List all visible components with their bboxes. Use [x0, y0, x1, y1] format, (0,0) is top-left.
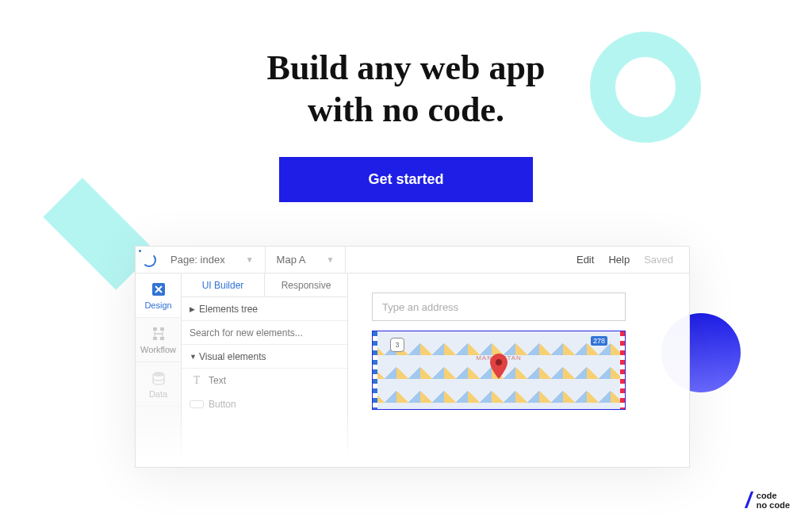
route-shield-icon: 278: [591, 336, 607, 346]
element-button-label: Button: [209, 399, 236, 410]
help-link[interactable]: Help: [608, 254, 630, 266]
chevron-down-icon: ▼: [326, 255, 334, 264]
address-input[interactable]: [372, 293, 626, 321]
workflow-icon: [150, 325, 167, 342]
rail-item-data[interactable]: Data: [136, 362, 181, 407]
svg-rect-1: [153, 327, 157, 331]
rail-item-design[interactable]: Design: [136, 273, 181, 318]
elements-search-input[interactable]: [182, 321, 347, 345]
rail-item-workflow[interactable]: Workflow: [136, 318, 181, 362]
elements-tree-row[interactable]: ▶ Elements tree: [182, 297, 347, 321]
bubble-logo-icon: [142, 253, 156, 267]
svg-rect-2: [160, 327, 164, 331]
tab-responsive[interactable]: Responsive: [265, 273, 347, 296]
visual-elements-label: Visual elements: [199, 351, 266, 362]
saved-status: Saved: [644, 254, 673, 266]
element-select-dropdown[interactable]: Map A ▼: [269, 247, 343, 273]
page-select-dropdown[interactable]: Page: index ▼: [163, 247, 262, 273]
hero-title-line2: with no code.: [308, 90, 504, 129]
map-element[interactable]: 3 278 MANHATTAN: [372, 331, 626, 410]
tab-ui-builder[interactable]: UI Builder: [182, 273, 265, 296]
map-pin-icon: [489, 354, 508, 381]
footer-logo: / code no code: [745, 491, 790, 510]
hero-section: Build any web app with no code. Get star…: [168, 48, 644, 202]
chevron-right-icon: ▶: [190, 305, 199, 313]
editor-canvas[interactable]: 3 278 MANHATTAN: [348, 273, 689, 467]
svg-point-6: [496, 359, 502, 365]
rail-design-label: Design: [144, 300, 171, 310]
element-item-button[interactable]: Button: [182, 392, 347, 416]
left-rail: Design Workflow Data: [136, 273, 182, 467]
rail-workflow-label: Workflow: [140, 345, 176, 354]
editor-window: Page: index ▼ Map A ▼ Edit Help Saved De…: [135, 246, 690, 468]
elements-tree-label: Elements tree: [199, 304, 258, 315]
database-icon: [150, 369, 167, 387]
route-shield-icon: 3: [390, 338, 404, 352]
footer-code-label: code: [756, 491, 790, 500]
edit-link[interactable]: Edit: [576, 254, 594, 266]
hero-title: Build any web app with no code.: [168, 48, 644, 132]
divider: [265, 247, 266, 273]
chevron-down-icon: ▼: [190, 353, 199, 361]
element-item-text[interactable]: T Text: [182, 369, 347, 392]
elements-panel: UI Builder Responsive ▶ Elements tree ▼ …: [182, 273, 348, 467]
visual-elements-row[interactable]: ▼ Visual elements: [182, 345, 347, 369]
button-icon: [190, 400, 204, 408]
svg-rect-4: [160, 337, 164, 340]
footer-nocode-label: no code: [756, 500, 790, 510]
text-icon: T: [190, 374, 204, 387]
element-select-label: Map A: [277, 254, 306, 266]
chevron-down-icon: ▼: [246, 255, 254, 264]
element-text-label: Text: [209, 375, 226, 386]
svg-rect-3: [153, 337, 157, 340]
rail-data-label: Data: [149, 389, 167, 399]
get-started-button[interactable]: Get started: [279, 157, 533, 202]
hero-title-line1: Build any web app: [267, 48, 546, 87]
page-select-label: Page: index: [170, 254, 225, 266]
svg-point-5: [153, 372, 164, 377]
editor-top-bar: Page: index ▼ Map A ▼ Edit Help Saved: [136, 247, 689, 273]
design-icon: [150, 281, 167, 298]
slash-icon: /: [745, 492, 752, 508]
divider: [345, 247, 346, 273]
